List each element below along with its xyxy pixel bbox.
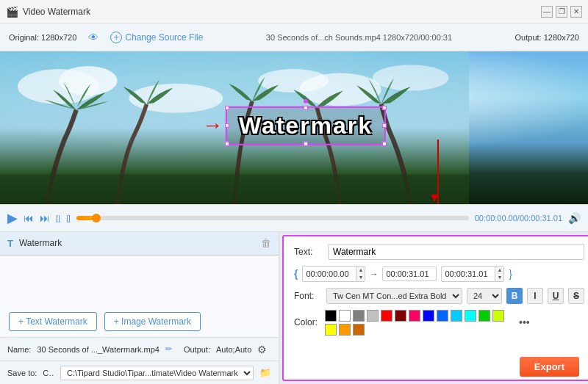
save-path-dropdown[interactable]: C:\Tipard Studio\Tipar...timate\Video Wa…: [60, 366, 254, 380]
font-property-row: Font: Tw Cen MT Con...ed Extra Bold 24 B…: [294, 288, 584, 304]
down-arrow-indicator: ▼: [428, 191, 441, 204]
time-display: 00:00:00.00/00:00:31.01: [475, 214, 562, 222]
change-source-button[interactable]: + Change Source File: [110, 32, 203, 43]
color-swatch-8[interactable]: [437, 310, 448, 322]
handle-rotate[interactable]: [304, 99, 308, 104]
playback-bar: ▶ ⏮ ⏭ [| |] 00:00:00.00/00:00:31.01 🔊: [0, 204, 588, 232]
handle-bm[interactable]: [304, 142, 308, 146]
color-swatch-4[interactable]: [381, 310, 392, 322]
time-end-field[interactable]: 00:00:31.01: [382, 267, 437, 281]
progress-handle[interactable]: [92, 214, 101, 222]
time-property-row: { 00:00:00.00 ▲ ▼ → 00:00:31.01 00:00:31…: [294, 266, 584, 282]
watermark-preview-text: Watermark: [239, 112, 373, 139]
volume-icon[interactable]: 🔊: [568, 212, 581, 224]
font-size-select[interactable]: 24: [467, 288, 502, 304]
handle-bl[interactable]: [225, 142, 229, 146]
add-text-watermark-button[interactable]: + Text Watermark: [9, 312, 97, 331]
handle-tr[interactable]: [382, 106, 387, 110]
progress-bar[interactable]: [76, 216, 469, 220]
watermark-add-buttons: + Text Watermark + Image Watermark: [0, 306, 279, 337]
color-swatch-5[interactable]: [395, 310, 406, 322]
svg-point-6: [373, 65, 449, 90]
delete-watermark-button[interactable]: 🗑: [261, 237, 271, 249]
minimize-button[interactable]: —: [541, 6, 553, 18]
title-bar-text: Video Watermark: [23, 7, 537, 17]
left-panel: T Watermark 🗑 + Text Watermark + Image W…: [0, 232, 279, 385]
handle-rm[interactable]: [382, 123, 387, 128]
color-swatch-13[interactable]: [325, 324, 337, 336]
original-resolution: Original: 1280x720: [9, 33, 76, 42]
trim-start-button[interactable]: [|: [56, 214, 60, 222]
color-swatch-0[interactable]: [325, 310, 337, 322]
change-source-label: Change Source File: [125, 32, 203, 43]
time-start-down[interactable]: ▼: [356, 274, 365, 281]
save-path: C:\Tipard Studio\Tipar...timate\Video Wa…: [43, 369, 54, 377]
export-button[interactable]: Export: [520, 357, 579, 377]
output-settings-icon[interactable]: ⚙: [257, 344, 267, 355]
time-start-spinners[interactable]: ▲ ▼: [356, 267, 365, 281]
color-property-row: Color: •••: [294, 310, 584, 336]
italic-button[interactable]: I: [527, 288, 543, 304]
underline-button[interactable]: U: [548, 288, 564, 304]
color-swatch-11[interactable]: [478, 310, 490, 322]
title-bar: 🎬 Video Watermark — ❐ ✕: [0, 0, 588, 23]
handle-lm[interactable]: [225, 123, 229, 128]
close-button[interactable]: ✕: [570, 6, 582, 18]
watermark-element[interactable]: → Watermark: [202, 106, 386, 145]
file-name-value: 30 Seconds of ..._Watermark.mp4: [37, 345, 159, 354]
time-dur-up[interactable]: ▲: [495, 267, 503, 274]
time-duration-value: 00:00:31.01: [442, 267, 495, 280]
time-end-value: 00:00:31.01: [383, 267, 436, 280]
time-dur-down[interactable]: ▼: [495, 274, 503, 281]
time-duration-spinners[interactable]: ▲ ▼: [495, 267, 503, 281]
trim-end-button[interactable]: |]: [66, 214, 71, 222]
file-info: 30 Seconds of...ch Sounds.mp4 1280x720/0…: [215, 33, 503, 42]
svg-rect-7: [0, 175, 469, 204]
color-swatch-7[interactable]: [423, 310, 434, 322]
output-info: Output: 1280x720: [515, 33, 579, 42]
handle-br[interactable]: [382, 142, 387, 146]
plus-icon: +: [110, 32, 122, 43]
color-swatch-14[interactable]: [339, 324, 351, 336]
text-property-label: Text:: [294, 247, 322, 257]
save-label: Save to:: [7, 369, 37, 377]
color-swatch-2[interactable]: [353, 310, 365, 322]
color-swatch-10[interactable]: [465, 310, 476, 322]
color-swatch-6[interactable]: [409, 310, 420, 322]
bottom-area: T Watermark 🗑 + Text Watermark + Image W…: [0, 232, 588, 385]
bold-button[interactable]: B: [506, 288, 523, 304]
more-colors-button[interactable]: •••: [519, 316, 530, 328]
font-family-select[interactable]: Tw Cen MT Con...ed Extra Bold: [326, 288, 462, 304]
time-duration-field[interactable]: 00:00:31.01 ▲ ▼: [441, 266, 504, 282]
prev-frame-button[interactable]: ⏮: [24, 212, 34, 224]
next-frame-button[interactable]: ⏭: [40, 212, 50, 224]
color-swatch-3[interactable]: [367, 310, 379, 322]
color-swatch-15[interactable]: [353, 324, 365, 336]
color-swatch-1[interactable]: [339, 310, 351, 322]
font-property-label: Font:: [294, 291, 322, 301]
file-info-row: Name: 30 Seconds of ..._Watermark.mp4 ✏ …: [0, 337, 279, 361]
eye-icon[interactable]: 👁: [88, 32, 98, 43]
svg-point-2: [59, 66, 118, 95]
app-icon: 🎬: [6, 6, 18, 18]
strikethrough-button[interactable]: S: [568, 288, 584, 304]
color-swatches-container: [325, 310, 516, 336]
color-swatch-12[interactable]: [492, 310, 504, 322]
browse-folder-icon[interactable]: 📁: [259, 367, 271, 378]
add-image-watermark-button[interactable]: + Image Watermark: [104, 312, 201, 331]
top-toolbar: Original: 1280x720 👁 + Change Source Fil…: [0, 23, 588, 51]
restore-button[interactable]: ❐: [556, 6, 567, 18]
svg-point-5: [299, 73, 381, 106]
handle-tm[interactable]: [304, 106, 308, 110]
watermark-text-input[interactable]: [328, 244, 584, 260]
text-property-row: Text:: [294, 244, 584, 260]
time-start-field[interactable]: 00:00:00.00 ▲ ▼: [302, 266, 365, 282]
handle-tl[interactable]: [225, 106, 229, 110]
time-start-up[interactable]: ▲: [356, 267, 365, 274]
watermark-box[interactable]: Watermark: [226, 106, 386, 145]
edit-name-icon[interactable]: ✏: [165, 344, 172, 354]
play-button[interactable]: ▶: [7, 210, 18, 226]
save-row: Save to: C:\Tipard Studio\Tipar...timate…: [0, 361, 279, 384]
window-controls: — ❐ ✕: [541, 6, 582, 18]
color-swatch-9[interactable]: [451, 310, 462, 322]
